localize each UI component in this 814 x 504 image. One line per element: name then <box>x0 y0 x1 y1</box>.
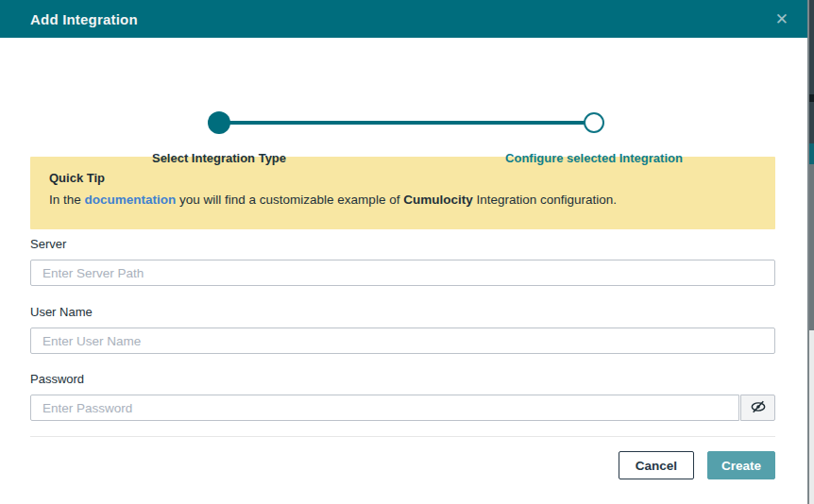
background-segment <box>809 94 814 102</box>
server-label: Server <box>30 237 775 252</box>
modal-header: Add Integration ✕ <box>0 0 807 38</box>
password-visibility-toggle[interactable] <box>740 395 775 421</box>
cancel-button[interactable]: Cancel <box>619 451 694 479</box>
quick-tip-callout: Quick Tip In the documentation you will … <box>30 157 775 229</box>
background-segment <box>809 143 814 164</box>
tip-product-name: Cumulocity <box>403 193 473 207</box>
step-2-dot[interactable] <box>584 112 604 133</box>
background-segment <box>809 0 814 94</box>
password-label: Password <box>30 372 775 387</box>
stepper-connector-line <box>219 121 594 125</box>
password-input-row <box>30 395 775 421</box>
wizard-stepper: Select Integration Type Configure select… <box>0 38 807 138</box>
quick-tip-title: Quick Tip <box>49 170 756 187</box>
background-segment <box>809 102 814 143</box>
username-label: User Name <box>30 305 775 320</box>
modal-title: Add Integration <box>30 11 138 27</box>
close-icon[interactable]: ✕ <box>772 9 792 29</box>
background-segment <box>809 330 814 504</box>
server-input[interactable] <box>30 260 775 286</box>
modal-footer: Cancel Create <box>30 451 775 479</box>
footer-divider <box>30 436 775 437</box>
background-segment <box>809 164 814 330</box>
eye-off-icon <box>751 399 766 417</box>
quick-tip-body: In the documentation you will find a cus… <box>49 191 756 209</box>
tip-text-1: In the <box>49 193 85 207</box>
username-input[interactable] <box>30 328 775 354</box>
username-field-group: User Name <box>30 305 775 354</box>
tip-text-2: you will find a customizable example of <box>176 193 403 207</box>
documentation-link[interactable]: documentation <box>85 193 177 207</box>
step-1-dot[interactable] <box>208 111 230 134</box>
step-2-label: Configure selected Integration <box>505 151 683 165</box>
background-page-strip <box>807 0 814 504</box>
server-field-group: Server <box>30 237 775 286</box>
create-button[interactable]: Create <box>707 451 775 479</box>
password-field-group: Password <box>30 372 775 421</box>
add-integration-modal: Add Integration ✕ Select Integration Typ… <box>0 0 807 504</box>
step-1-label[interactable]: Select Integration Type <box>152 151 286 165</box>
tip-text-3: Integration configuration. <box>473 193 617 207</box>
password-input[interactable] <box>30 395 739 421</box>
